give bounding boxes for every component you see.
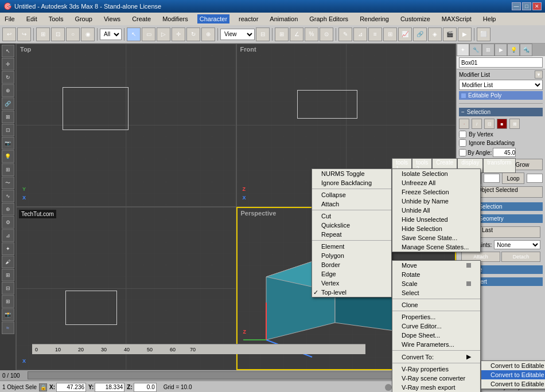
ctx-polygon[interactable]: Polygon bbox=[312, 251, 391, 260]
ctx-freeze-selection[interactable]: Freeze Selection bbox=[392, 187, 480, 197]
menu-views[interactable]: Views bbox=[102, 14, 123, 23]
left-tool-bind[interactable]: ⊡ bbox=[2, 124, 14, 136]
rpanel-tab-motion[interactable]: ▶ bbox=[495, 44, 507, 56]
by-angle-input[interactable] bbox=[493, 148, 516, 157]
curve-editor[interactable]: 📈 bbox=[398, 28, 412, 41]
sel-vertex-icon[interactable]: · bbox=[459, 119, 469, 129]
ctx-move[interactable]: Move bbox=[392, 261, 480, 270]
ctx-select[interactable]: Select bbox=[392, 288, 480, 297]
select-region-circle[interactable]: ▷ bbox=[157, 28, 170, 41]
lock-icon[interactable]: 🔒 bbox=[39, 383, 47, 391]
ctx-unfreeze-all[interactable]: Unfreeze All bbox=[392, 178, 480, 187]
ctx-wire-params[interactable]: Wire Parameters... bbox=[392, 340, 480, 349]
left-tool-scale[interactable]: ⊕ bbox=[2, 84, 14, 97]
ctx-collapse[interactable]: Collapse bbox=[312, 190, 391, 199]
rpanel-tab-hierarchy[interactable]: ⊞ bbox=[482, 44, 495, 56]
left-tool-helper[interactable]: ⊞ bbox=[2, 163, 14, 176]
ctx-manage-scene-states[interactable]: Manage Scene States... bbox=[392, 242, 480, 252]
mirror-btn[interactable]: ⊿ bbox=[353, 28, 367, 41]
undo-button[interactable]: ↩ bbox=[2, 28, 16, 41]
left-tool-paint[interactable]: 🖌 bbox=[2, 256, 14, 268]
ctx-vray-converter[interactable]: V-Ray scene converter bbox=[392, 374, 480, 383]
select-object-button[interactable]: ⊞ bbox=[36, 28, 50, 41]
move-tool[interactable]: ✛ bbox=[172, 28, 185, 41]
ctx-nurms-toggle[interactable]: NURMS Toggle bbox=[312, 169, 391, 178]
menu-rendering[interactable]: Rendering bbox=[357, 14, 391, 23]
left-tool-mirror[interactable]: ⊟ bbox=[2, 282, 14, 295]
by-vertex-checkbox[interactable] bbox=[459, 131, 466, 138]
ctx-cut[interactable]: Cut bbox=[312, 211, 391, 221]
menu-customize[interactable]: Customize bbox=[398, 14, 433, 23]
modifier-dropdown[interactable]: Modifier List bbox=[459, 80, 543, 90]
ctx-convert-patch[interactable]: Convert to Editable Patch bbox=[481, 379, 545, 389]
select-tool[interactable]: ↖ bbox=[127, 28, 141, 41]
close-button[interactable]: ✕ bbox=[532, 2, 542, 10]
object-name-input[interactable] bbox=[459, 57, 543, 68]
select-region-button[interactable]: ⊡ bbox=[51, 28, 65, 41]
menu-tools[interactable]: Tools bbox=[46, 14, 66, 23]
menu-character[interactable]: Character bbox=[197, 14, 229, 23]
tool-lasso[interactable]: ◉ bbox=[81, 28, 95, 41]
left-tool-xform[interactable]: ⊞ bbox=[2, 269, 14, 281]
ctx-transform-tab[interactable]: transform bbox=[483, 158, 515, 173]
ctx-convert-mesh[interactable]: Convert to Editable Mesh bbox=[481, 361, 545, 370]
filter-dropdown[interactable]: All bbox=[100, 29, 122, 40]
ctx-save-scene-state[interactable]: Save Scene State... bbox=[392, 233, 480, 242]
left-tool-spline[interactable]: 〜 bbox=[2, 177, 14, 189]
quick-render[interactable]: ▶ bbox=[458, 28, 472, 41]
menu-maxscript[interactable]: MAXScript bbox=[439, 14, 474, 23]
mirror-tool[interactable]: ⊟ bbox=[256, 28, 270, 41]
modifier-editable-poly[interactable]: Editable Poly bbox=[459, 91, 543, 100]
left-tool-dynamics[interactable]: ⊿ bbox=[2, 229, 14, 242]
menu-group[interactable]: Group bbox=[72, 14, 95, 23]
key-icon[interactable] bbox=[385, 384, 392, 391]
loop-input[interactable] bbox=[527, 174, 543, 183]
left-tool-move[interactable]: ✛ bbox=[2, 58, 14, 70]
sel-element-icon[interactable]: ⊠ bbox=[509, 119, 520, 129]
sel-polygon-icon[interactable]: ■ bbox=[497, 119, 507, 129]
left-tool-light[interactable]: 💡 bbox=[2, 150, 14, 163]
ring-input[interactable] bbox=[484, 174, 500, 183]
modifier-options-btn[interactable]: ▼ bbox=[535, 70, 543, 79]
view-dropdown[interactable]: View bbox=[220, 29, 255, 40]
redo-button[interactable]: ↪ bbox=[17, 28, 31, 41]
snap-toggle[interactable]: ⊞ bbox=[275, 28, 289, 41]
left-tool-snapshot[interactable]: 📸 bbox=[2, 308, 14, 321]
ctx-hide-selection[interactable]: Hide Selection bbox=[392, 224, 480, 233]
minimize-button[interactable]: — bbox=[512, 2, 521, 10]
angle-snap[interactable]: ∠ bbox=[290, 28, 303, 41]
rotate-tool[interactable]: ↻ bbox=[186, 28, 200, 41]
ctx-vray-properties[interactable]: V-Ray properties bbox=[392, 364, 480, 374]
rpanel-tab-utilities[interactable]: 🔩 bbox=[520, 44, 532, 56]
ctx-repeat[interactable]: Repeat bbox=[312, 230, 391, 239]
sel-edge-icon[interactable]: / bbox=[472, 119, 482, 129]
ctx-dope-sheet[interactable]: Dope Sheet... bbox=[392, 331, 480, 340]
left-tool-nurbs[interactable]: ∿ bbox=[2, 190, 14, 202]
ctx-border[interactable]: Border bbox=[312, 260, 391, 269]
left-tool-wave[interactable]: ≈ bbox=[2, 322, 14, 334]
ctx-scale[interactable]: Scale bbox=[392, 279, 480, 288]
percent-snap[interactable]: % bbox=[305, 28, 318, 41]
menu-reactor[interactable]: reactor bbox=[236, 14, 260, 23]
left-tool-rotate[interactable]: ↻ bbox=[2, 71, 14, 84]
ctx-ignore-backfacing[interactable]: Ignore Backfacing bbox=[312, 178, 391, 187]
menu-create[interactable]: Create bbox=[130, 14, 153, 23]
ctx-isolate-selection[interactable]: Isolate Selection bbox=[392, 169, 480, 178]
menu-help[interactable]: Help bbox=[481, 14, 499, 23]
ctx-unhide-all[interactable]: Unhide All bbox=[392, 206, 480, 215]
tool-circle[interactable]: ○ bbox=[66, 28, 80, 41]
left-tool-unlink[interactable]: ⊠ bbox=[2, 111, 14, 123]
left-tool-link[interactable]: 🔗 bbox=[2, 97, 14, 110]
render-type[interactable]: ⬜ bbox=[477, 28, 490, 41]
ctx-clone[interactable]: Clone bbox=[392, 300, 480, 309]
ctx-unhide-by-name[interactable]: Unhide by Name bbox=[392, 197, 480, 206]
left-tool-reactor[interactable]: ⚙ bbox=[2, 216, 14, 229]
y-input[interactable] bbox=[95, 383, 124, 392]
left-tool-camera[interactable]: 📷 bbox=[2, 137, 14, 150]
menu-graph-editors[interactable]: Graph Editors bbox=[307, 14, 351, 23]
x-input[interactable] bbox=[56, 383, 86, 392]
layer-mgr[interactable]: ⊞ bbox=[383, 28, 397, 41]
viewport-top[interactable]: Top X Y bbox=[16, 44, 236, 207]
ctx-element[interactable]: Element bbox=[312, 242, 391, 251]
menu-animation[interactable]: Animation bbox=[267, 14, 300, 23]
